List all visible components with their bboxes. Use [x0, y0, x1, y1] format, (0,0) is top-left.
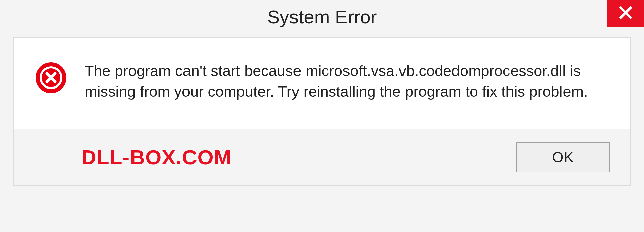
- ok-button[interactable]: OK: [516, 142, 610, 172]
- error-icon: [34, 61, 68, 96]
- brand-watermark: DLL-BOX.COM: [81, 145, 231, 169]
- ok-button-label: OK: [552, 149, 574, 166]
- close-icon: [618, 5, 633, 21]
- dialog-footer: DLL-BOX.COM OK: [13, 129, 631, 186]
- title-bar: System Error: [0, 0, 644, 34]
- error-message: The program can't start because microsof…: [85, 61, 610, 102]
- content-panel: The program can't start because microsof…: [13, 37, 631, 129]
- close-button[interactable]: [607, 0, 644, 27]
- error-dialog: System Error The program can't start bec…: [0, 0, 644, 232]
- window-title: System Error: [267, 6, 377, 28]
